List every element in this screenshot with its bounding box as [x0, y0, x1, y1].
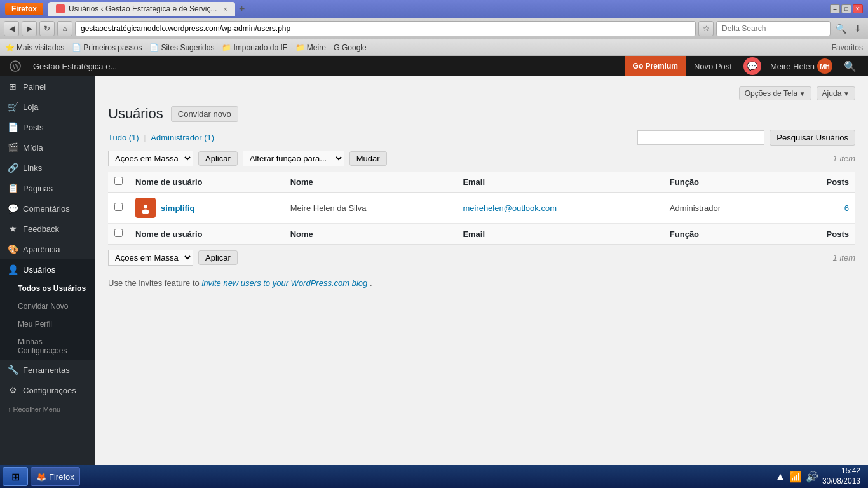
page-title-row: Usuários Convidar novo [108, 105, 855, 122]
chat-icon[interactable]: 💬 [743, 57, 761, 75]
sidebar-item-loja[interactable]: 🛒 Loja [0, 97, 95, 117]
browser-search-input[interactable] [716, 21, 831, 36]
sidebar-item-paginas[interactable]: 📋 Páginas [0, 178, 95, 198]
bookmark-label: Meire [307, 43, 326, 52]
table-header-row: Nome de usuário Nome Email Função Posts [108, 172, 855, 193]
firefox-button[interactable]: Firefox [5, 3, 43, 15]
sidebar-submenu-usuarios: Todos os Usuários Convidar Novo Meu Perf… [0, 280, 95, 360]
sidebar-item-links[interactable]: 🔗 Links [0, 158, 95, 178]
go-premium-button[interactable]: Go Premium [625, 56, 686, 76]
bulk-actions-bottom-row: Ações em Massa Aplicar 1 item [108, 250, 855, 266]
bookmark-label: Sites Sugeridos [161, 43, 214, 52]
screen-options-button[interactable]: Opções de Tela [739, 86, 811, 100]
search-submit-button[interactable]: 🔍 [833, 22, 849, 35]
apply-button-top[interactable]: Aplicar [198, 151, 238, 166]
invite-new-users-link[interactable]: invite new users to your WordPress.com b… [201, 278, 367, 288]
search-users-button[interactable]: Pesquisar Usuários [770, 130, 855, 146]
sidebar-item-painel[interactable]: ⊞ Painel [0, 76, 95, 97]
wp-admin-right: Go Premium Novo Post 💬 Meire Helen MH 🔍 [625, 56, 863, 76]
sidebar-item-midia[interactable]: 🎬 Mídia [0, 137, 95, 158]
header-posts: Posts [787, 172, 855, 193]
filter-all-link[interactable]: Tudo (1) [108, 133, 141, 142]
footer-select-all-checkbox[interactable] [114, 229, 123, 237]
browser-tab[interactable]: Usuários ‹ Gestão Estratégica e de Servi… [48, 2, 235, 16]
novo-post-button[interactable]: Novo Post [686, 56, 740, 76]
bookmark-primeiros-passos[interactable]: 📄 Primeiros passos [72, 43, 142, 52]
invite-new-button[interactable]: Convidar novo [171, 106, 238, 122]
bookmark-label: Mais visitados [17, 43, 64, 52]
new-tab-button[interactable]: + [235, 3, 248, 15]
header-checkbox-col [108, 172, 129, 193]
bookmark-google[interactable]: G Google [334, 43, 367, 52]
sidebar-item-usuarios[interactable]: 👤 Usuários [0, 259, 95, 280]
address-bar[interactable] [75, 21, 696, 36]
footer-header-role: Função [663, 224, 787, 245]
recolher-menu-btn[interactable]: ↑ Recolher Menu [0, 400, 95, 418]
back-button[interactable]: ◀ [4, 21, 19, 36]
bulk-actions-select-bottom[interactable]: Ações em Massa [108, 250, 193, 266]
invite-text-suffix: . [370, 278, 372, 288]
user-avatar: MH [817, 58, 832, 74]
minimize-button[interactable]: – [830, 4, 840, 13]
header-name: Nome [284, 172, 457, 193]
username-link[interactable]: simplifiq [161, 203, 194, 213]
sidebar-item-comentarios[interactable]: 💬 Comentários [0, 198, 95, 219]
bookmark-star-button[interactable]: ☆ [698, 21, 714, 36]
sidebar-item-feedback[interactable]: ★ Feedback [0, 219, 95, 239]
page-title: Usuários [108, 105, 163, 122]
email-link[interactable]: meirehelen@outlook.com [463, 203, 557, 213]
bulk-actions-select-top[interactable]: Ações em Massa [108, 151, 193, 166]
bulk-actions-top-row: Ações em Massa Aplicar Alterar função pa… [108, 151, 855, 166]
bookmark-importado-ie[interactable]: 📁 Importado do IE [222, 43, 287, 52]
google-icon: G [334, 43, 340, 52]
main-layout: ⊞ Painel 🛒 Loja 📄 Posts 🎬 Mídia 🔗 Links … [0, 76, 868, 465]
sidebar-label-configuracoes: Configurações [23, 386, 76, 395]
help-button[interactable]: Ajuda [817, 86, 855, 100]
row-email-cell: meirehelen@outlook.com [456, 193, 663, 224]
download-button[interactable]: ⬇ [851, 22, 864, 35]
novo-post-label: Novo Post [694, 62, 732, 71]
filter-all-label: Tudo [108, 133, 126, 142]
filter-admin-count: (1) [204, 133, 214, 142]
bookmark-meire[interactable]: 📁 Meire [295, 43, 326, 52]
sidebar-subitem-todos-usuarios[interactable]: Todos os Usuários [0, 280, 95, 297]
select-all-checkbox[interactable] [114, 177, 123, 185]
sidebar-subitem-minhas-config[interactable]: Minhas Configurações [0, 333, 95, 360]
bookmark-mais-visitados[interactable]: ⭐ Mais visitados [5, 43, 64, 52]
folder-icon: 📁 [222, 43, 231, 52]
header-username: Nome de usuário [129, 172, 284, 193]
posts-link[interactable]: 6 [844, 203, 849, 213]
wp-site-name[interactable]: Gestão Estratégica e... [25, 56, 125, 76]
apply-button-bottom[interactable]: Aplicar [198, 250, 238, 265]
sidebar-subitem-meu-perfil[interactable]: Meu Perfil [0, 315, 95, 333]
maximize-button[interactable]: □ [841, 4, 851, 13]
header-email: Email [456, 172, 663, 193]
sidebar-item-aparencia[interactable]: 🎨 Aparência [0, 239, 95, 259]
bookmark-label: Primeiros passos [83, 43, 142, 52]
search-users-input[interactable] [637, 130, 764, 145]
sidebar-label-feedback: Feedback [23, 224, 59, 234]
refresh-button[interactable]: ↻ [39, 21, 55, 36]
close-button[interactable]: ✕ [853, 4, 863, 13]
user-name-display[interactable]: Meire Helen MH [765, 56, 837, 76]
sidebar-item-configuracoes[interactable]: ⚙ Configurações [0, 380, 95, 400]
invite-text: Use the invites feature to invite new us… [108, 273, 855, 293]
tab-close-btn[interactable]: × [223, 5, 227, 13]
sidebar-subitem-convidar-novo[interactable]: Convidar Novo [0, 297, 95, 315]
sidebar-label-paginas: Páginas [23, 184, 53, 193]
role-select[interactable]: Alterar função para... [243, 151, 344, 166]
wp-logo[interactable]: W [5, 56, 25, 76]
table-row: simplifiq Meire Helen da Silva meirehele… [108, 193, 855, 224]
bookmark-icon: 📄 [149, 43, 159, 52]
filter-admin-link[interactable]: Administrador (1) [151, 133, 214, 142]
sidebar-item-posts[interactable]: 📄 Posts [0, 117, 95, 137]
sidebar-item-ferramentas[interactable]: 🔧 Ferramentas [0, 360, 95, 380]
row-checkbox[interactable] [114, 203, 123, 211]
change-role-button[interactable]: Mudar [349, 151, 387, 166]
sidebar-label-usuarios: Usuários [23, 265, 55, 274]
bookmark-sites-sugeridos[interactable]: 📄 Sites Sugeridos [149, 43, 214, 52]
forward-button[interactable]: ▶ [22, 21, 37, 36]
posts-icon: 📄 [8, 122, 18, 132]
home-button[interactable]: ⌂ [57, 21, 72, 36]
wp-search-button[interactable]: 🔍 [837, 56, 863, 76]
